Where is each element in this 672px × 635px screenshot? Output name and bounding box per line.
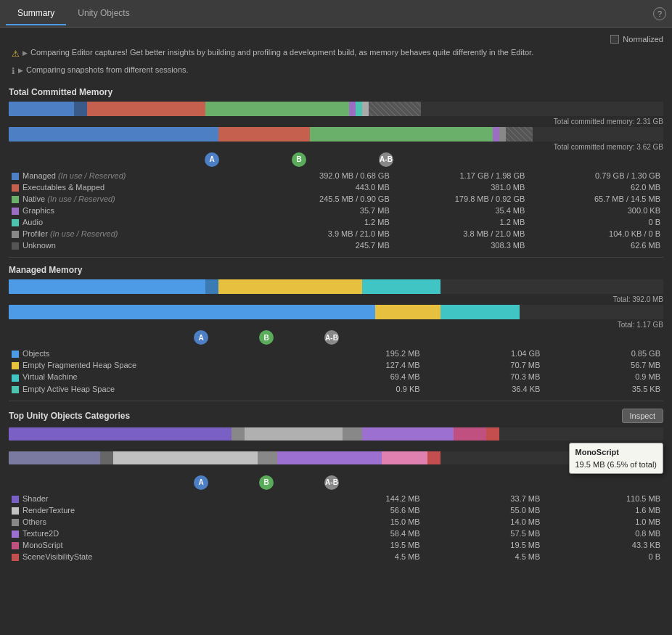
badge-b-topunity: B [259,475,274,490]
table-row: Graphics35.7 MB35.4 MB300.0 KB [9,205,663,216]
total-committed-title: Total Committed Memory [9,87,663,97]
tu-render-a [245,427,343,441]
managed-gap-a [441,279,447,294]
normalized-label: Normalized [623,35,663,44]
bar-label-b: Total committed memory: 3.62 GB [9,143,663,151]
normalized-checkbox[interactable] [610,35,619,44]
bar-native-b2 [362,127,493,142]
tu-mono-b [382,451,427,464]
managed-empty-a [447,279,663,294]
managed-objects-b [9,305,375,319]
top-unity-table: Shader144.2 MB33.7 MB110.5 MBRenderTextu… [9,493,663,563]
table-row: Virtual Machine69.4 MB70.3 MB0.9 MB [9,371,663,382]
badge-ab-topunity: A-B [324,475,339,490]
tab-summary[interactable]: Summary [6,2,66,25]
badge-a-topunity: A [194,475,208,490]
tu-scene-b [427,451,441,464]
tooltip: MonoScript 19.5 MB (6.5% of total) [569,443,664,474]
bar-exe-b [218,127,310,142]
table-row: Empty Active Heap Space0.9 KB36.4 KB35.5… [9,383,663,395]
bar-audio-a [356,102,362,116]
bar-managed-b2 [139,127,218,142]
bar-managed-a [9,102,74,116]
info-text-1: Comparing snapshots from different sessi… [26,65,189,75]
divider-2 [9,401,663,401]
top-unity-badge-row: A B A-B [9,475,663,490]
badge-ab-committed: A-B [379,152,393,167]
warning-banner-1: ⚠ ▶ Comparing Editor captures! Get bette… [9,45,663,62]
bar-exe-a [87,102,139,116]
tu-texture-a [362,427,454,441]
managed-bar-label-b: Total: 1.17 GB [9,321,663,329]
badge-a-committed: A [205,152,219,167]
managed-table: Objects195.2 MB1.04 GB0.85 GBEmpty Fragm… [9,348,663,394]
tooltip-title: MonoScript [575,446,657,459]
table-row: SceneVisibilityState4.5 MB4.5 MB0 B [9,551,663,562]
expand-icon-1[interactable]: ▶ [22,49,28,58]
info-banner-1: ℹ ▶ Comparing snapshots from different s… [9,62,663,80]
app-container: Summary Unity Objects ? Normalized ⚠ ▶ C… [0,0,672,568]
bar-unknown-a [369,102,421,116]
table-row: Texture2D58.4 MB57.5 MB0.8 MB [9,528,663,539]
managed-frag-a [218,279,362,294]
total-committed-label-b: Total committed memory: 3.62 GB [554,143,663,151]
tab-bar: Summary Unity Objects ? [0,0,672,28]
top-unity-bar-b [9,451,663,464]
bar-native-b [310,127,362,142]
bar-empty-b [533,127,663,142]
inspect-button[interactable]: Inspect [622,409,663,423]
tu-scene-a [486,427,499,441]
warning-text-1: Comparing Editor captures! Get better in… [30,47,533,58]
managed-vm-b [441,305,519,319]
tu-render-b [113,451,257,464]
badge-ab-managed: A-B [324,330,339,345]
table-row: Unknown245.7 MB308.3 MB62.6 MB [9,239,663,251]
tooltip-value: 19.5 MB (6.5% of total) [575,459,657,471]
table-row: Executables & Mapped443.0 MB381.0 MB62.0… [9,181,663,193]
committed-table: Managed (In use / Reserved)392.0 MB / 0.… [9,170,663,252]
bar-graphics-b [493,127,499,142]
tab-unity-objects[interactable]: Unity Objects [66,2,141,25]
managed-empty-b [520,305,663,319]
tu-gap1-b [100,451,113,464]
managed-frag-b [375,305,441,319]
bar-native-a [205,102,349,116]
tu-mono-a [454,427,486,441]
top-unity-bar-label-b: Total: 164.2 MB [9,466,663,474]
table-row: Others15.0 MB14.0 MB1.0 MB [9,516,663,528]
managed-badge-row: A B A-B [9,330,663,345]
tu-gap1-a [231,427,245,441]
tu-shader-a [9,427,231,441]
table-row: Objects195.2 MB1.04 GB0.85 GB [9,348,663,359]
warning-icon-1: ⚠ [12,48,20,60]
bar-label-a: Total committed memory: 2.31 GB [9,118,663,126]
expand-icon-2[interactable]: ▶ [18,66,23,75]
bar-unknown-b [506,127,532,142]
top-unity-title: Top Unity Objects Categories [9,411,130,421]
top-unity-header: Top Unity Objects Categories Inspect [9,409,663,423]
managed-objects-a [9,279,205,294]
badge-a-managed: A [194,330,208,345]
bar-managed-b [9,127,139,142]
bar-managed-a2 [74,102,87,116]
managed-total-b: Total: 1.17 GB [618,321,663,329]
managed-bar-label-a: Total: 392.0 MB [9,295,663,303]
bar-profiler-b [499,127,506,142]
bar-profiler-a [362,102,369,116]
total-committed-label-a: Total committed memory: 2.31 GB [554,118,663,126]
managed-total-a: Total: 392.0 MB [613,295,663,303]
tu-empty-a [499,427,663,441]
table-row: RenderTexture56.6 MB55.0 MB1.6 MB [9,504,663,516]
tu-texture-b [277,451,382,464]
bar-graphics-a [349,102,356,116]
table-row: MonoScript19.5 MB19.5 MB43.3 KB [9,539,663,551]
tu-others-b [258,451,277,464]
info-icon-1: ℹ [12,65,15,78]
managed-vm-a [362,279,441,294]
bar-exe-a2 [139,102,205,116]
help-icon[interactable]: ? [653,7,666,20]
main-content: Normalized ⚠ ▶ Comparing Editor captures… [0,28,672,568]
total-committed-bar-b [9,127,663,142]
divider-1 [9,257,663,258]
managed-bar-a [9,279,663,294]
